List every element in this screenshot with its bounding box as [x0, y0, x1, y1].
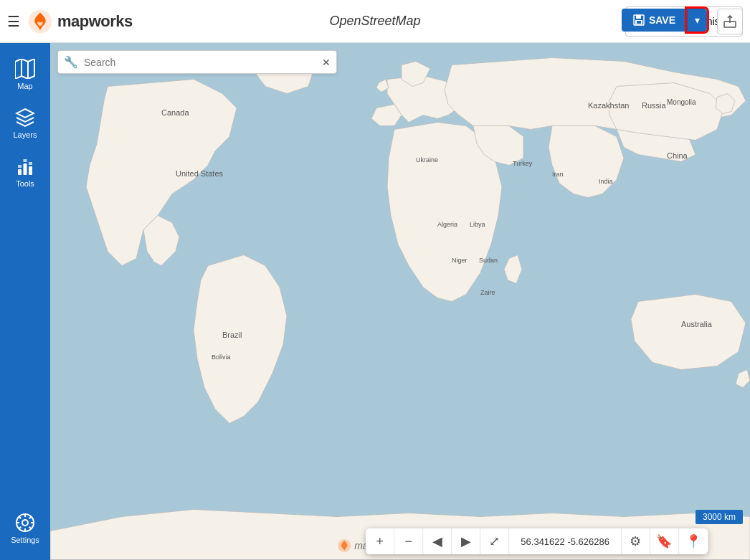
search-bar: 🔧 ✕ — [57, 50, 337, 74]
sidebar-map-label: Map — [17, 82, 32, 90]
location-toolbar-button[interactable]: 📍 — [679, 528, 708, 554]
svg-text:Sudan: Sudan — [479, 257, 498, 264]
svg-line-32 — [19, 517, 22, 519]
bookmark-toolbar-button[interactable]: 🔖 — [650, 528, 679, 554]
svg-text:United States: United States — [176, 169, 224, 178]
svg-rect-23 — [24, 159, 27, 162]
sidebar-tools-label: Tools — [16, 179, 34, 188]
svg-text:Niger: Niger — [452, 257, 467, 264]
svg-text:Russia: Russia — [642, 101, 667, 110]
sidebar-item-map[interactable]: Map — [0, 50, 50, 99]
svg-marker-19 — [16, 109, 34, 118]
svg-text:Bolivia: Bolivia — [212, 353, 231, 361]
svg-marker-16 — [15, 59, 34, 79]
svg-rect-21 — [18, 165, 22, 168]
coordinates-display: 56.341622 -5.626286 — [509, 528, 622, 554]
zoom-out-button[interactable]: − — [394, 528, 423, 554]
sidebar-item-tools[interactable]: Tools — [0, 148, 50, 196]
zoom-in-button[interactable]: + — [366, 528, 394, 554]
export-button[interactable] — [717, 9, 743, 34]
sidebar-settings-label: Settings — [11, 536, 39, 544]
logo-icon — [27, 9, 53, 34]
svg-line-34 — [29, 517, 32, 519]
logo: mapworks — [27, 9, 133, 34]
bottom-toolbar: + − ◀ ▶ ⤢ 56.341622 -5.626286 ⚙ 🔖 📍 — [366, 528, 708, 554]
logo-text: mapworks — [57, 12, 133, 31]
settings-toolbar-button[interactable]: ⚙ — [622, 528, 650, 554]
svg-text:Mongolia: Mongolia — [667, 98, 696, 106]
tools-icon — [15, 156, 35, 176]
svg-point-26 — [22, 520, 28, 526]
sidebar-item-layers[interactable]: Layers — [0, 99, 50, 148]
svg-text:Brazil: Brazil — [222, 331, 242, 339]
wrench-icon: 🔧 — [64, 55, 78, 69]
svg-text:Canada: Canada — [161, 108, 189, 117]
sidebar: Map Layers Tools — [0, 43, 50, 560]
settings-icon — [15, 513, 35, 533]
svg-text:Algeria: Algeria — [437, 221, 457, 228]
search-input[interactable] — [84, 57, 316, 68]
export-icon — [723, 14, 737, 29]
sidebar-layers-label: Layers — [13, 130, 37, 139]
svg-rect-12 — [636, 15, 641, 19]
svg-text:China: China — [667, 151, 688, 160]
layers-icon — [15, 108, 35, 128]
save-label: SAVE — [649, 14, 675, 26]
map-view[interactable]: United States Canada Brazil Bolivia Russ… — [50, 43, 750, 560]
svg-line-35 — [19, 527, 22, 529]
svg-rect-14 — [637, 21, 641, 24]
map-title: OpenStreetMap — [329, 14, 420, 29]
header: ☰ mapworks OpenStreetMap — [0, 0, 750, 43]
svg-text:Turkey: Turkey — [513, 160, 533, 167]
fullscreen-button[interactable]: ⤢ — [480, 528, 509, 554]
svg-rect-20 — [18, 169, 22, 175]
svg-text:Australia: Australia — [681, 320, 713, 328]
close-search-icon[interactable]: ✕ — [322, 57, 331, 68]
header-right: SLIP Administr... SAVE ▾ — [625, 6, 743, 37]
map-icon — [15, 59, 35, 79]
svg-text:Iran: Iran — [552, 171, 564, 178]
svg-line-33 — [29, 527, 32, 529]
save-dropdown-button[interactable]: ▾ — [687, 9, 707, 32]
svg-rect-25 — [29, 162, 32, 165]
svg-text:Libya: Libya — [470, 221, 485, 228]
svg-text:Zaire: Zaire — [480, 289, 495, 296]
scale-bar: 3000 km — [696, 510, 743, 524]
hamburger-menu[interactable]: ☰ — [7, 13, 20, 30]
save-btn-group: SAVE ▾ — [622, 9, 707, 32]
save-icon — [633, 14, 645, 26]
svg-rect-22 — [24, 163, 27, 175]
pan-right-button[interactable]: ▶ — [452, 528, 480, 554]
svg-text:Kazakhstan: Kazakhstan — [588, 101, 629, 110]
svg-text:India: India — [599, 178, 613, 185]
svg-text:Ukraine: Ukraine — [416, 156, 438, 163]
pan-left-button[interactable]: ◀ — [423, 528, 452, 554]
sidebar-item-settings[interactable]: Settings — [0, 504, 50, 553]
save-button[interactable]: SAVE — [622, 9, 687, 32]
world-map-svg: United States Canada Brazil Bolivia Russ… — [50, 43, 750, 560]
svg-rect-24 — [29, 166, 32, 175]
footer-logo-icon — [337, 538, 351, 553]
